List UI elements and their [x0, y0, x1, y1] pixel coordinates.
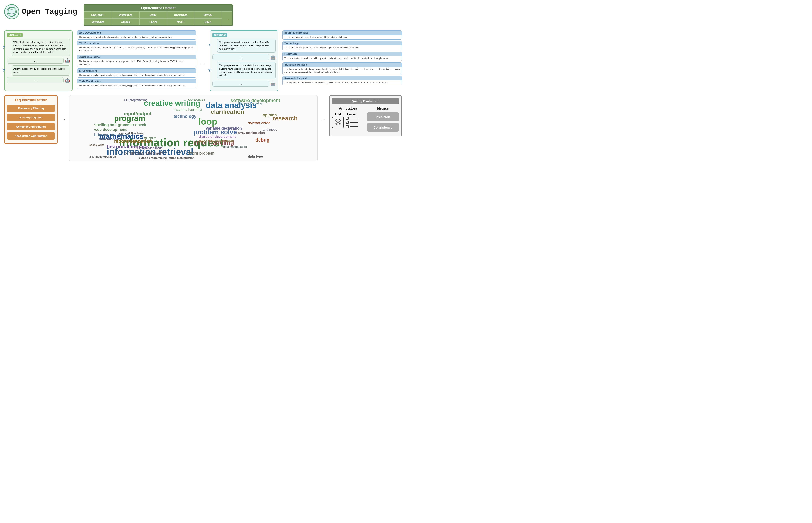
word-20: machine learning: [173, 108, 202, 112]
question-mark-4: ?: [208, 68, 211, 73]
annotators-col: Annotators LLM Human: [332, 107, 364, 133]
tag-desc-right-2: The user wants information specifically …: [283, 56, 401, 61]
checkbox-3[interactable]: [346, 125, 348, 128]
tag-desc-right-3: This tag refers to the intention of requ…: [283, 67, 401, 74]
tag-title-left-2: JSON data format: [77, 55, 196, 59]
tag-desc-left-3: The instruction calls for appropriate er…: [77, 73, 196, 77]
question-mark-2: ?: [3, 68, 5, 73]
arrow-cloud-to-quality: →: [321, 95, 326, 123]
word-9: web development: [94, 127, 126, 132]
annotators-title: Annotators: [332, 107, 364, 110]
norm-item-1: Rule Aggregation: [7, 114, 55, 121]
chat-bubble-4: Can you please add some statistics on ho…: [217, 62, 276, 79]
quality-inner: Annotators LLM Human: [332, 107, 399, 133]
word-8: spelling and grammar check: [94, 123, 146, 127]
word-37: arithmetic: [263, 128, 277, 131]
checkbox-line-3: [350, 126, 358, 127]
app-title: Open Tagging: [22, 7, 77, 16]
word-26: critical thinking: [119, 131, 144, 136]
word-23: algorithm comparison: [198, 139, 234, 143]
robot-icon-3: 🤖: [270, 55, 276, 60]
llm-col: LLM: [332, 112, 344, 128]
svg-point-1: [338, 122, 339, 123]
main-content: ShareGPT ? Write flask routes for blog p…: [4, 30, 402, 91]
dataset-title: Open-source Dataset: [84, 5, 232, 11]
robot-row-4: ... 🤖: [212, 81, 276, 87]
robot-row-3: ... 🤖: [212, 54, 276, 60]
metric-precision: Precision: [367, 112, 399, 121]
metric-consistency: Consistency: [367, 123, 399, 132]
dots-bubble-2: ...: [7, 77, 64, 83]
word-40: arithmetic operation: [89, 155, 116, 158]
tag-desc-left-4: The instruction calls for appropriate er…: [77, 84, 196, 88]
tag-left-3: Error Handling The instruction calls for…: [77, 68, 196, 78]
wordcloud-area: information requestinformation retrieval…: [69, 95, 317, 161]
header-row: Open Tagging Open-source Dataset ShareGP…: [4, 4, 402, 26]
checkbox-1[interactable]: ✓: [346, 116, 348, 120]
tag-right-3: Statistical Analysis This tag refers to …: [282, 62, 402, 75]
question-mark-1: ?: [3, 45, 5, 50]
checkbox-row-1: ✓: [346, 116, 358, 120]
checkbox-row-2: ✓: [346, 121, 358, 124]
word-34: text analysis: [188, 98, 205, 102]
logo-icon: [4, 4, 19, 19]
dots-bubble-3: ...: [212, 54, 269, 60]
tag-title-left-0: Web Development: [77, 31, 196, 35]
dataset-grid: ShareGPT WizardLM Dolly OpenChat DMCC ..…: [84, 11, 232, 25]
word-17: debug: [255, 137, 270, 143]
tag-title-right-1: Technology: [283, 41, 401, 46]
ultrachat-label: UltraChat: [212, 33, 227, 37]
tag-title-left-3: Error Handling: [77, 69, 196, 73]
quality-box: Quality Evaluation Annotators LLM: [329, 95, 402, 137]
logo-title-area: Open Tagging: [4, 4, 77, 19]
checkbox-2[interactable]: ✓: [346, 121, 348, 124]
robot-row-2: ... 🤖: [7, 77, 70, 83]
dots-bubble-4: ...: [212, 81, 269, 87]
dataset-box: Open-source Dataset ShareGPT WizardLM Do…: [84, 4, 233, 26]
dataset-cell-lima: LIMA: [194, 18, 222, 25]
norm-item-2: Semantic Aggregation: [7, 123, 55, 130]
word-31: explanation: [139, 146, 162, 150]
normalization-title: Tag Normalization: [7, 98, 55, 103]
tag-right-0: Information Request The user is asking f…: [282, 30, 402, 40]
checkboxes: ✓ ✓: [346, 116, 358, 128]
tag-desc-left-1: The instruction mentions implementing CR…: [77, 46, 196, 53]
checkbox-line-2: [350, 122, 358, 123]
tag-title-left-4: Code Modification: [77, 79, 196, 84]
chat-bubble-3: Can you also provide some examples of sp…: [217, 39, 276, 53]
tag-title-right-2: Healthcare: [283, 52, 401, 56]
tag-desc-left-2: The instruction requests incoming and ou…: [77, 59, 196, 67]
sharegpt-panel: ShareGPT ? Write flask routes for blog p…: [4, 30, 73, 91]
word-32: data type: [248, 155, 263, 158]
llm-label: LLM: [333, 112, 343, 116]
tag-desc-right-4: This tag indicates the intention of requ…: [283, 80, 401, 85]
word-41: python programming: [139, 156, 167, 160]
tag-left-2: JSON data format The instruction request…: [77, 55, 196, 67]
norm-item-3: Association Aggregation: [7, 132, 55, 140]
word-19: technology: [173, 114, 196, 119]
tags-panel-right: Information Request The user is asking f…: [282, 30, 402, 91]
dataset-cell-wizardlm: WizardLM: [112, 11, 139, 18]
word-30: opinion: [263, 113, 277, 118]
chat-bubble-1: Write flask routes for blog posts that i…: [12, 39, 70, 56]
robot-row-1: ... 🤖: [7, 58, 70, 64]
tag-title-right-3: Statistical Analysis: [283, 62, 401, 67]
dataset-cell-math: MATH: [167, 18, 194, 25]
word-35: java programming: [238, 102, 262, 105]
robot-icon-2: 🤖: [65, 78, 70, 83]
tag-desc-right-0: The user is asking for specific examples…: [283, 35, 401, 39]
word-10: loop: [198, 116, 217, 127]
tag-desc-left-0: The instruction is about writing flask r…: [77, 35, 196, 39]
tags-panel-left: Web Development The instruction is about…: [77, 30, 196, 91]
tag-desc-right-1: The user is inquiring about the technolo…: [283, 46, 401, 50]
dataset-cell-sharegpt: ShareGPT: [84, 11, 112, 18]
word-36: array manipulation: [238, 131, 265, 134]
checkbox-line-1: [350, 118, 358, 118]
tag-left-1: CRUD operation The instruction mentions …: [77, 41, 196, 53]
word-33: c++ programming: [124, 98, 148, 102]
norm-item-0: Frequency Filtering: [7, 105, 55, 112]
checkbox-row-3: [346, 125, 358, 128]
metrics-title: Metrics: [367, 107, 399, 110]
tag-title-right-0: Information Request: [283, 31, 401, 35]
sharegpt-label: ShareGPT: [7, 33, 23, 37]
